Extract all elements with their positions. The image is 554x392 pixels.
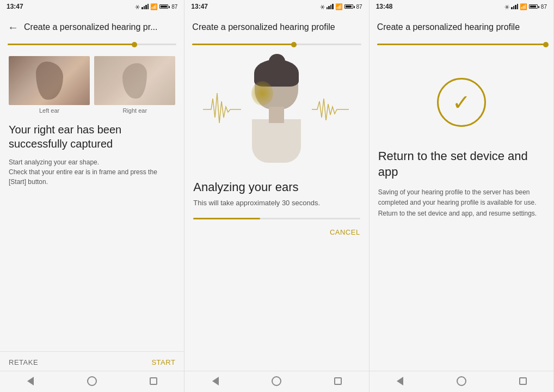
signal-bars-2 (327, 4, 334, 9)
bar3-2 (330, 5, 332, 9)
progress-bar-3 (370, 41, 553, 50)
nav-recent-2[interactable] (333, 376, 343, 387)
left-ear-label: Left ear (39, 107, 59, 114)
status-icons-2: ⚹ 📶 87 (320, 3, 362, 10)
nav-back-triangle-2 (212, 377, 219, 385)
wifi-icon-2: 📶 (335, 3, 343, 10)
progress-bar-2 (184, 41, 368, 50)
status-icons-3: ⚹ 📶 87 (504, 3, 547, 10)
status-bar-2: 13:47 ⚹ 📶 87 (184, 0, 368, 13)
right-ear-label: Right ear (122, 107, 147, 114)
panel-ear-capture: 13:47 ⚹ 📶 87 ← Create a personalized hea… (0, 0, 184, 392)
progress-track-2 (192, 44, 361, 45)
analyze-progress-fill (193, 218, 260, 219)
capture-desc-3: [Start] button. (9, 178, 48, 186)
nav-bar-1 (0, 371, 184, 392)
analyze-progress-track (193, 218, 360, 219)
battery-3: 87 (529, 4, 547, 10)
bar3 (145, 5, 147, 9)
capture-title: Your right ear has been successfully cap… (9, 122, 175, 151)
bar1-2 (327, 7, 328, 9)
nav-home-2[interactable] (271, 376, 282, 387)
progress-fill-2 (192, 44, 293, 45)
bluetooth-icon-2: ⚹ (320, 3, 325, 10)
nav-back-3[interactable] (395, 376, 405, 387)
progress-track-3 (377, 44, 546, 45)
nav-recent-square-3 (519, 377, 527, 385)
nav-bar-3 (370, 371, 553, 392)
time-3: 13:48 (376, 3, 393, 10)
cancel-button[interactable]: CANCEL (330, 228, 360, 236)
nav-back-2[interactable] (210, 376, 221, 387)
ear-images: Left ear Right ear (9, 56, 175, 114)
bluetooth-icon-3: ⚹ (504, 3, 509, 10)
nav-recent-3[interactable] (518, 376, 528, 387)
capture-desc-2: Check that your entire ear is in frame a… (9, 168, 157, 176)
status-bar-1: 13:47 ⚹ 📶 87 (0, 0, 184, 13)
bar2-2 (328, 6, 330, 9)
panel-analyzing: 13:47 ⚹ 📶 87 Create a personalized heari… (184, 0, 369, 392)
top-bar-3: Create a personalized hearing profile (370, 13, 553, 41)
right-ear-photo (94, 56, 175, 105)
nav-bar-2 (184, 371, 368, 392)
person-body (252, 119, 301, 163)
bluetooth-icon-1: ⚹ (135, 3, 140, 10)
page-title-1: Create a personalized hearing pr... (24, 22, 157, 32)
bar4-2 (332, 4, 334, 9)
progress-dot-3 (543, 42, 549, 47)
page-title-2: Create a personalized hearing profile (192, 22, 335, 32)
progress-bar-1 (0, 41, 184, 50)
cancel-container: CANCEL (193, 228, 360, 236)
back-button-1[interactable]: ← (8, 21, 19, 34)
right-ear-shape (122, 63, 147, 99)
progress-fill-1 (8, 44, 134, 45)
page-title-3: Create a personalized hearing profile (377, 22, 520, 32)
nav-back-1[interactable] (25, 376, 36, 387)
bar4 (147, 4, 149, 9)
nav-home-3[interactable] (456, 376, 467, 387)
capture-desc-1: Start analyzing your ear shape. (9, 158, 99, 166)
wifi-icon-3: 📶 (520, 3, 527, 10)
status-bar-3: 13:48 ⚹ 📶 87 (370, 0, 553, 13)
bar2 (144, 6, 145, 9)
time-2: 13:47 (191, 3, 208, 10)
complete-title: Return to the set device and app (378, 149, 545, 180)
panel-complete: 13:48 ⚹ 📶 87 Create a personalized heari… (370, 0, 554, 392)
person-neck (269, 107, 284, 123)
wifi-icon-1: 📶 (150, 3, 158, 10)
nav-home-circle-2 (272, 376, 281, 386)
nav-back-triangle-3 (397, 377, 403, 385)
content-1: Left ear Right ear Your right ear has be… (0, 50, 184, 351)
check-mark: ✓ (452, 91, 471, 113)
nav-back-triangle-1 (27, 377, 34, 385)
bar2-3 (513, 6, 515, 9)
analyzing-desc: This will take approximately 30 seconds. (193, 199, 360, 207)
signal-bars-1 (141, 4, 149, 9)
analyzing-title: Analyzing your ears (193, 180, 360, 194)
battery-1: 87 (159, 4, 177, 10)
time-1: 13:47 (7, 3, 23, 10)
nav-recent-square-1 (150, 377, 157, 385)
analysis-visual (193, 50, 360, 169)
bar1-3 (511, 7, 513, 9)
signal-bars-3 (511, 4, 518, 9)
action-bar-1: RETAKE START (0, 351, 184, 371)
battery-2: 87 (344, 4, 362, 10)
nav-recent-1[interactable] (148, 376, 159, 387)
retake-button[interactable]: RETAKE (9, 358, 38, 366)
nav-home-circle-1 (87, 376, 97, 386)
nav-home-1[interactable] (87, 376, 97, 387)
bar3-3 (515, 5, 516, 9)
top-bar-1: ← Create a personalized hearing pr... (0, 13, 184, 41)
progress-fill-3 (377, 44, 546, 45)
left-ear-box: Left ear (9, 56, 90, 114)
start-button[interactable]: START (151, 358, 175, 366)
progress-track-1 (8, 44, 176, 45)
bar1 (141, 7, 143, 9)
check-circle: ✓ (437, 78, 486, 127)
top-bar-2: Create a personalized hearing profile (184, 13, 368, 41)
content-2: Analyzing your ears This will take appro… (184, 50, 368, 371)
nav-home-circle-3 (457, 376, 466, 386)
person-figure (227, 55, 325, 164)
content-3: ✓ Return to the set device and app Savin… (370, 50, 553, 371)
